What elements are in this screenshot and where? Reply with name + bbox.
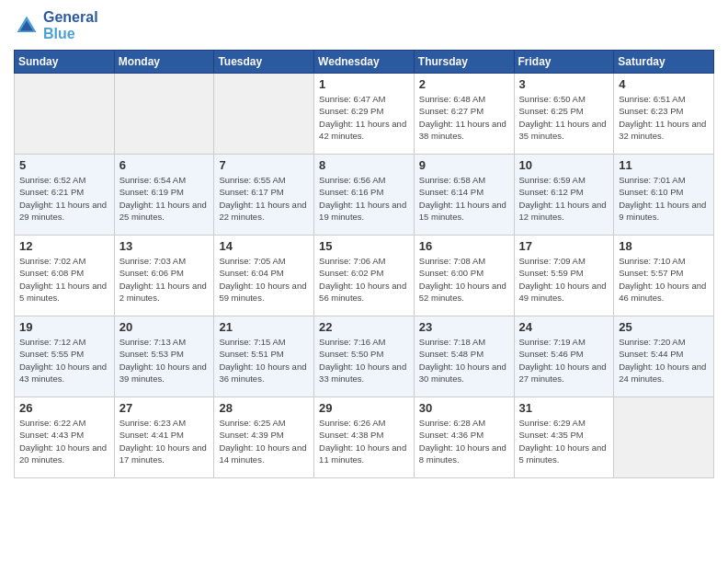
day-info: Sunrise: 7:18 AMSunset: 5:48 PMDaylight:… [419, 336, 509, 385]
day-number: 29 [319, 401, 409, 415]
calendar-cell: 2Sunrise: 6:48 AMSunset: 6:27 PMDaylight… [414, 74, 514, 155]
calendar-cell: 8Sunrise: 6:56 AMSunset: 6:16 PMDaylight… [314, 155, 415, 236]
day-info: Sunrise: 7:13 AMSunset: 5:53 PMDaylight:… [119, 336, 210, 385]
calendar-cell: 5Sunrise: 6:52 AMSunset: 6:21 PMDaylight… [15, 155, 115, 236]
day-number: 26 [19, 401, 109, 415]
day-number: 18 [619, 239, 709, 253]
day-number: 1 [319, 77, 409, 91]
week-row-1: 1Sunrise: 6:47 AMSunset: 6:29 PMDaylight… [15, 74, 714, 155]
calendar-cell [214, 74, 314, 155]
day-number: 3 [519, 77, 609, 91]
day-info: Sunrise: 6:23 AMSunset: 4:41 PMDaylight:… [119, 417, 210, 465]
day-number: 21 [219, 320, 309, 334]
calendar-table: SundayMondayTuesdayWednesdayThursdayFrid… [14, 50, 714, 478]
day-info: Sunrise: 7:16 AMSunset: 5:50 PMDaylight:… [319, 336, 409, 385]
day-number: 12 [19, 239, 109, 253]
day-number: 2 [419, 77, 509, 91]
week-row-3: 12Sunrise: 7:02 AMSunset: 6:08 PMDayligh… [15, 236, 714, 316]
day-info: Sunrise: 6:54 AMSunset: 6:19 PMDaylight:… [119, 174, 210, 223]
logo-icon [14, 13, 40, 39]
day-number: 16 [419, 239, 509, 253]
calendar-cell: 14Sunrise: 7:05 AMSunset: 6:04 PMDayligh… [214, 236, 314, 316]
calendar-cell: 27Sunrise: 6:23 AMSunset: 4:41 PMDayligh… [114, 397, 214, 478]
weekday-header-wednesday: Wednesday [314, 51, 415, 74]
day-info: Sunrise: 7:06 AMSunset: 6:02 PMDaylight:… [319, 255, 409, 304]
week-row-2: 5Sunrise: 6:52 AMSunset: 6:21 PMDaylight… [15, 155, 714, 236]
calendar-cell [614, 397, 714, 478]
day-info: Sunrise: 6:26 AMSunset: 4:38 PMDaylight:… [319, 417, 409, 465]
calendar-cell: 3Sunrise: 6:50 AMSunset: 6:25 PMDaylight… [514, 74, 614, 155]
day-info: Sunrise: 7:05 AMSunset: 6:04 PMDaylight:… [219, 255, 309, 304]
day-info: Sunrise: 6:51 AMSunset: 6:23 PMDaylight:… [619, 93, 709, 142]
weekday-header-thursday: Thursday [414, 51, 514, 74]
calendar-cell: 15Sunrise: 7:06 AMSunset: 6:02 PMDayligh… [314, 236, 415, 316]
calendar-cell: 28Sunrise: 6:25 AMSunset: 4:39 PMDayligh… [214, 397, 314, 478]
calendar-cell: 25Sunrise: 7:20 AMSunset: 5:44 PMDayligh… [614, 316, 714, 397]
day-info: Sunrise: 6:25 AMSunset: 4:39 PMDaylight:… [219, 417, 309, 465]
day-number: 17 [519, 239, 609, 253]
day-info: Sunrise: 7:08 AMSunset: 6:00 PMDaylight:… [419, 255, 509, 304]
weekday-header-sunday: Sunday [15, 51, 115, 74]
weekday-header-row: SundayMondayTuesdayWednesdayThursdayFrid… [15, 51, 714, 74]
day-number: 6 [119, 158, 210, 172]
day-number: 11 [619, 158, 709, 172]
day-info: Sunrise: 6:50 AMSunset: 6:25 PMDaylight:… [519, 93, 609, 142]
calendar-cell: 10Sunrise: 6:59 AMSunset: 6:12 PMDayligh… [514, 155, 614, 236]
calendar-cell: 23Sunrise: 7:18 AMSunset: 5:48 PMDayligh… [414, 316, 514, 397]
day-number: 7 [219, 158, 309, 172]
day-number: 8 [319, 158, 409, 172]
calendar-cell [15, 74, 115, 155]
calendar-cell: 31Sunrise: 6:29 AMSunset: 4:35 PMDayligh… [514, 397, 614, 478]
calendar-cell: 22Sunrise: 7:16 AMSunset: 5:50 PMDayligh… [314, 316, 415, 397]
day-info: Sunrise: 7:09 AMSunset: 5:59 PMDaylight:… [519, 255, 609, 304]
day-number: 28 [219, 401, 309, 415]
weekday-header-tuesday: Tuesday [214, 51, 314, 74]
calendar-cell: 30Sunrise: 6:28 AMSunset: 4:36 PMDayligh… [414, 397, 514, 478]
day-number: 5 [19, 158, 109, 172]
week-row-4: 19Sunrise: 7:12 AMSunset: 5:55 PMDayligh… [15, 316, 714, 397]
day-info: Sunrise: 6:56 AMSunset: 6:16 PMDaylight:… [319, 174, 409, 223]
day-number: 15 [319, 239, 409, 253]
calendar-cell: 29Sunrise: 6:26 AMSunset: 4:38 PMDayligh… [314, 397, 415, 478]
day-info: Sunrise: 6:58 AMSunset: 6:14 PMDaylight:… [419, 174, 509, 223]
day-info: Sunrise: 7:02 AMSunset: 6:08 PMDaylight:… [19, 255, 109, 304]
header: General Blue [14, 9, 714, 42]
weekday-header-friday: Friday [514, 51, 614, 74]
day-info: Sunrise: 6:47 AMSunset: 6:29 PMDaylight:… [319, 93, 409, 142]
day-info: Sunrise: 7:03 AMSunset: 6:06 PMDaylight:… [119, 255, 210, 304]
weekday-header-saturday: Saturday [614, 51, 714, 74]
day-info: Sunrise: 7:01 AMSunset: 6:10 PMDaylight:… [619, 174, 709, 223]
day-number: 14 [219, 239, 309, 253]
page-container: General Blue SundayMondayTuesdayWednesda… [0, 0, 728, 488]
day-number: 10 [519, 158, 609, 172]
day-number: 31 [519, 401, 609, 415]
calendar-cell: 26Sunrise: 6:22 AMSunset: 4:43 PMDayligh… [15, 397, 115, 478]
calendar-cell: 11Sunrise: 7:01 AMSunset: 6:10 PMDayligh… [614, 155, 714, 236]
day-number: 24 [519, 320, 609, 334]
calendar-cell: 16Sunrise: 7:08 AMSunset: 6:00 PMDayligh… [414, 236, 514, 316]
calendar-cell: 19Sunrise: 7:12 AMSunset: 5:55 PMDayligh… [15, 316, 115, 397]
day-info: Sunrise: 6:29 AMSunset: 4:35 PMDaylight:… [519, 417, 609, 465]
calendar-cell: 12Sunrise: 7:02 AMSunset: 6:08 PMDayligh… [15, 236, 115, 316]
calendar-cell: 7Sunrise: 6:55 AMSunset: 6:17 PMDaylight… [214, 155, 314, 236]
calendar-cell: 18Sunrise: 7:10 AMSunset: 5:57 PMDayligh… [614, 236, 714, 316]
day-info: Sunrise: 6:22 AMSunset: 4:43 PMDaylight:… [19, 417, 109, 465]
day-info: Sunrise: 7:12 AMSunset: 5:55 PMDaylight:… [19, 336, 109, 385]
weekday-header-monday: Monday [114, 51, 214, 74]
day-number: 22 [319, 320, 409, 334]
week-row-5: 26Sunrise: 6:22 AMSunset: 4:43 PMDayligh… [15, 397, 714, 478]
day-number: 23 [419, 320, 509, 334]
calendar-cell: 20Sunrise: 7:13 AMSunset: 5:53 PMDayligh… [114, 316, 214, 397]
day-info: Sunrise: 7:20 AMSunset: 5:44 PMDaylight:… [619, 336, 709, 385]
day-number: 20 [119, 320, 210, 334]
day-info: Sunrise: 7:10 AMSunset: 5:57 PMDaylight:… [619, 255, 709, 304]
day-number: 9 [419, 158, 509, 172]
day-info: Sunrise: 6:55 AMSunset: 6:17 PMDaylight:… [219, 174, 309, 223]
day-info: Sunrise: 6:52 AMSunset: 6:21 PMDaylight:… [19, 174, 109, 223]
day-number: 30 [419, 401, 509, 415]
logo-text: General Blue [43, 9, 98, 42]
day-info: Sunrise: 6:28 AMSunset: 4:36 PMDaylight:… [419, 417, 509, 465]
calendar-cell: 17Sunrise: 7:09 AMSunset: 5:59 PMDayligh… [514, 236, 614, 316]
day-number: 19 [19, 320, 109, 334]
day-number: 25 [619, 320, 709, 334]
